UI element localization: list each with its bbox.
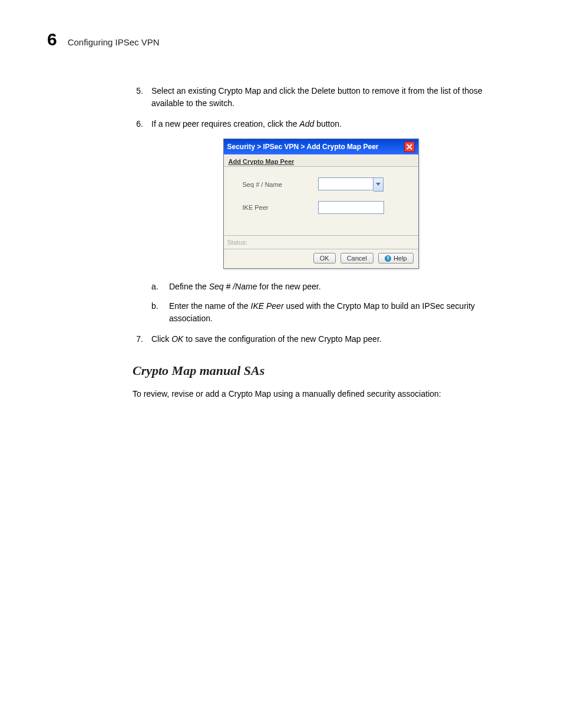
- section-intro: To review, revise or add a Crypto Map us…: [133, 389, 509, 398]
- step-text-suffix: to save the configuration of the new Cry…: [183, 334, 381, 344]
- tab-add-crypto-map-peer[interactable]: Add Crypto Map Peer: [227, 157, 296, 166]
- substep-text-prefix: Enter the name of the: [169, 301, 251, 311]
- step-number: 7.: [133, 333, 143, 345]
- substep-list: a. Define the Seq # /Name for the new pe…: [133, 281, 509, 325]
- ok-button[interactable]: OK: [313, 253, 336, 263]
- close-icon[interactable]: [404, 141, 415, 152]
- ok-button-label: OK: [320, 255, 329, 262]
- seq-name-combobox[interactable]: [318, 177, 384, 192]
- substep-a: a. Define the Seq # /Name for the new pe…: [151, 281, 509, 293]
- step-text: If a new peer requires creation, click t…: [151, 118, 342, 130]
- page: 6 Configuring IPSec VPN 5. Select an exi…: [0, 0, 562, 428]
- seq-name-label: Seq # / Name: [232, 181, 308, 188]
- substep-b: b. Enter the name of the IKE Peer used w…: [151, 300, 509, 325]
- step-7: 7. Click OK to save the configuration of…: [133, 333, 509, 345]
- step-text: Click OK to save the configuration of th…: [151, 333, 382, 345]
- seq-name-input[interactable]: [318, 177, 373, 190]
- step-6: 6. If a new peer requires creation, clic…: [133, 118, 509, 130]
- page-title: Configuring IPSec VPN: [68, 37, 160, 47]
- help-icon: ?: [385, 255, 391, 262]
- page-header: 6 Configuring IPSec VPN: [47, 29, 515, 50]
- dialog-titlebar: Security > IPSec VPN > Add Crypto Map Pe…: [224, 139, 418, 154]
- step-number: 5.: [133, 85, 143, 110]
- ike-peer-row: IKE Peer: [232, 201, 410, 214]
- ike-peer-label: IKE Peer: [232, 204, 308, 211]
- step-text: Select an existing Crypto Map and click …: [151, 85, 509, 110]
- substep-letter: b.: [151, 300, 161, 325]
- dialog-breadcrumb: Security > IPSec VPN > Add Crypto Map Pe…: [227, 143, 379, 151]
- substep-italic: Seq # /Name: [209, 282, 257, 291]
- help-button-label: Help: [394, 255, 407, 262]
- step-text-prefix: Click: [151, 334, 171, 344]
- substep-text-suffix: for the new peer.: [257, 282, 320, 291]
- step-text-prefix: If a new peer requires creation, click t…: [151, 119, 299, 129]
- chapter-number: 6: [47, 29, 57, 50]
- substep-text: Define the Seq # /Name for the new peer.: [169, 281, 321, 293]
- section-heading: Crypto Map manual SAs: [133, 363, 509, 378]
- step-5: 5. Select an existing Crypto Map and cli…: [133, 85, 509, 110]
- step-italic: OK: [171, 334, 183, 344]
- dialog-body: Seq # / Name IKE Peer: [224, 167, 418, 235]
- substep-letter: a.: [151, 281, 161, 293]
- add-crypto-map-peer-dialog: Security > IPSec VPN > Add Crypto Map Pe…: [223, 139, 419, 269]
- chevron-down-icon[interactable]: [373, 177, 384, 192]
- substep-text-prefix: Define the: [169, 282, 209, 291]
- dialog-status: Status:: [224, 235, 418, 249]
- step-text-suffix: button.: [314, 119, 342, 129]
- step-italic: Add: [299, 119, 314, 129]
- seq-name-row: Seq # / Name: [232, 177, 410, 192]
- substep-text: Enter the name of the IKE Peer used with…: [169, 300, 509, 325]
- dialog-figure: Security > IPSec VPN > Add Crypto Map Pe…: [133, 139, 509, 269]
- substep-italic: IKE Peer: [251, 301, 284, 311]
- cancel-button[interactable]: Cancel: [340, 253, 373, 263]
- dialog-button-row: OK Cancel ? Help: [224, 249, 418, 268]
- cancel-button-label: Cancel: [347, 255, 367, 262]
- step-number: 6.: [133, 118, 143, 130]
- content-area: 5. Select an existing Crypto Map and cli…: [47, 85, 515, 398]
- help-button[interactable]: ? Help: [378, 253, 414, 263]
- dialog-tabbar: Add Crypto Map Peer: [224, 154, 418, 167]
- ike-peer-input[interactable]: [318, 201, 384, 214]
